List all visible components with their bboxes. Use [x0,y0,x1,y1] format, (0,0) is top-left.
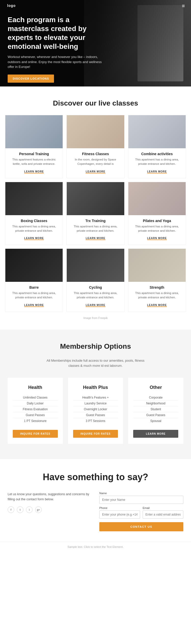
social-icons: f t i g+ [8,506,92,513]
discover-locations-button[interactable]: DISCOVER LOCATIONS [8,75,54,83]
class-desc-2: In the room, designed by Space Copenhage… [70,157,120,166]
class-body-4: Boxing Classes This apartment has a dini… [5,215,63,245]
class-name-5: Trx Training [70,219,120,223]
hero-section: logo ≡ Each program is a masterclass cre… [0,0,191,86]
class-learn-more-5[interactable]: LEARN MORE [86,237,105,240]
contact-layout: Let us know your questions, suggestions … [8,492,183,531]
class-card: Personal Training This apartment feature… [5,115,63,178]
class-learn-more-8[interactable]: LEARN MORE [86,304,105,307]
phone-input[interactable] [99,510,140,519]
email-input[interactable] [143,510,183,519]
contact-left: Let us know your questions, suggestions … [8,492,92,513]
class-image-8 [67,249,124,282]
membership-feature: Guest Passes [133,412,178,418]
membership-feature: Guest Passes [73,412,118,418]
membership-plan-title-2: Health Plus [73,385,118,390]
class-image-9 [128,249,186,282]
membership-card-1: Health Unlimited ClassesDaily LockerFitn… [8,378,63,444]
class-name-6: Pilates and Yoga [132,219,182,223]
class-name-9: Strength [132,285,182,289]
name-label: Name [99,492,183,495]
class-body-3: Combine activities This apartment has a … [128,148,186,178]
class-card: Barre This apartment has a dining area, … [5,248,63,312]
contact-title: Have something to say? [8,472,183,482]
membership-card-3: Other CorporateNeighborhoodStudentGuest … [128,378,183,444]
class-desc-8: This apartment has a dining area, privat… [70,291,120,300]
membership-btn-2[interactable]: INQUIRE FOR RATES [73,430,118,438]
membership-feature: 3 PT Sessions [73,418,118,424]
membership-feature: Health's Features + [73,395,118,401]
membership-btn-1[interactable]: INQUIRE FOR RATES [13,430,58,438]
membership-features-2: Health's Features +Laundry ServiceOverni… [73,395,118,424]
membership-features-1: Unlimited ClassesDaily LockerFitness Eva… [13,395,58,424]
class-name-1: Personal Training [9,152,59,156]
membership-feature: Spousal [133,418,178,424]
class-name-4: Boxing Classes [9,219,59,223]
footer-note: Sample text. Click to select the Text El… [0,541,191,552]
class-desc-1: This apartment features a electric kettl… [9,157,59,166]
membership-subtitle: All Memberships include full access to o… [42,358,149,369]
class-body-5: Trx Training This apartment has a dining… [67,215,124,245]
membership-feature: Fitness Evaluation [13,406,58,412]
class-name-2: Fitness Classes [70,152,120,156]
membership-feature: Neighborhood [133,401,178,406]
menu-icon[interactable]: ≡ [182,3,185,9]
class-card: Combine activities This apartment has a … [128,115,186,178]
membership-feature: Daily Locker [13,401,58,406]
class-learn-more-6[interactable]: LEARN MORE [147,237,167,240]
name-input[interactable] [99,496,183,504]
class-card: Pilates and Yoga This apartment has a di… [128,182,186,245]
class-image-3 [128,115,186,148]
membership-feature: 1 PT Sessionure [13,418,58,424]
live-classes-section: Discover our live classes Personal Train… [0,86,191,330]
class-card: Boxing Classes This apartment has a dini… [5,182,63,245]
class-card: Strength This apartment has a dining are… [128,248,186,312]
class-learn-more-1[interactable]: LEARN MORE [24,170,44,173]
contact-left-text: Let us know your questions, suggestions … [8,492,92,502]
logo: logo [7,4,16,8]
class-card: Fitness Classes In the room, designed by… [66,115,124,178]
google-plus-icon[interactable]: g+ [35,506,42,513]
email-field-group: Email [143,506,183,521]
membership-plan-title-3: Other [133,385,178,390]
class-body-9: Strength This apartment has a dining are… [128,282,186,312]
membership-plan-title-1: Health [13,385,58,390]
hero-content: Each program is a masterclass created by… [8,15,104,83]
class-card: Trx Training This apartment has a dining… [66,182,124,245]
hero-subtitle: Workout whenever, wherever and however y… [8,54,104,69]
class-body-1: Personal Training This apartment feature… [5,148,63,178]
email-label: Email [143,506,183,509]
class-desc-9: This apartment has a dining area, privat… [132,291,182,300]
membership-feature: Student [133,406,178,412]
class-learn-more-7[interactable]: LEARN MORE [24,304,44,307]
class-image-2 [67,115,124,148]
membership-section: Membership Options All Memberships inclu… [0,330,191,459]
class-desc-5: This apartment has a dining area, privat… [70,224,120,233]
class-learn-more-2[interactable]: LEARN MORE [86,170,105,173]
hero-title: Each program is a masterclass created by… [8,15,104,51]
contact-submit-button[interactable]: CONTACT US [99,522,183,531]
phone-email-row: Phone Email [99,506,183,521]
membership-feature: Corporate [133,395,178,401]
membership-feature: Laundry Service [73,401,118,406]
class-image-4 [5,182,63,215]
membership-btn-3[interactable]: LEARN MORE [133,430,178,438]
class-learn-more-9[interactable]: LEARN MORE [147,304,167,307]
class-image-1 [5,115,63,148]
facebook-icon[interactable]: f [8,506,14,513]
membership-feature: Guest Passes [13,412,58,418]
membership-feature: Overnight Locker [73,406,118,412]
class-learn-more-3[interactable]: LEARN MORE [147,170,167,173]
class-name-3: Combine activities [132,152,182,156]
class-name-7: Barre [9,285,59,289]
phone-label: Phone [99,506,140,509]
membership-title: Membership Options [8,342,183,350]
twitter-icon[interactable]: t [17,506,23,513]
class-desc-7: This apartment has a dining area, privat… [9,291,59,300]
membership-features-3: CorporateNeighborhoodStudentGuest Passes… [133,395,178,424]
instagram-icon[interactable]: i [26,506,33,513]
contact-right: Name Phone Email CONTACT US [99,492,183,531]
class-body-6: Pilates and Yoga This apartment has a di… [128,215,186,245]
class-desc-6: This apartment has a dining area, privat… [132,224,182,233]
class-learn-more-4[interactable]: LEARN MORE [24,237,44,240]
